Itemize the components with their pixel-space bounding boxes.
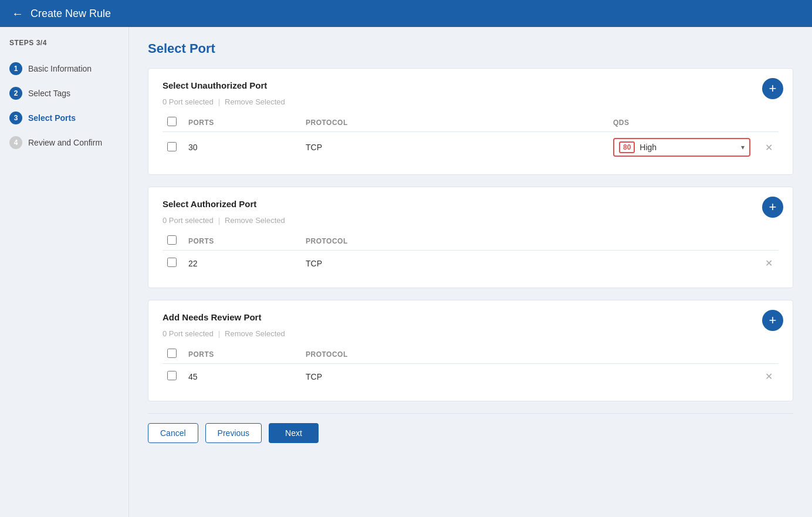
unauthorized-col-ports: PORTS [184, 113, 301, 132]
remove-needs-review-row-0-button[interactable]: ✕ [764, 370, 774, 383]
needs-review-port-title: Add Needs Review Port [163, 312, 779, 322]
separator-1: | [218, 97, 220, 106]
authorized-row-checkbox-0[interactable] [167, 258, 177, 267]
qds-badge-0: 80 [619, 141, 635, 153]
separator-3: | [218, 329, 220, 338]
needs-review-remove-selected[interactable]: Remove Selected [225, 329, 285, 338]
sidebar-item-label-1: Basic Information [28, 64, 92, 73]
authorized-remove-selected[interactable]: Remove Selected [225, 216, 285, 225]
unauthorized-port-title: Select Unauthorized Port [163, 80, 779, 90]
sidebar-item-basic-information[interactable]: 1 Basic Information [0, 56, 128, 81]
sidebar-item-label-3: Select Ports [28, 113, 76, 123]
unauthorized-port-count: 0 Port selected [163, 97, 214, 106]
cancel-button[interactable]: Cancel [148, 423, 198, 443]
sidebar: STEPS 3/4 1 Basic Information 2 Select T… [0, 27, 129, 517]
steps-label: STEPS 3/4 [0, 39, 128, 56]
qds-label-0: High [640, 143, 736, 152]
sidebar-item-select-ports[interactable]: 3 Select Ports [0, 106, 128, 130]
unauthorized-protocol-value-0: TCP [301, 132, 608, 163]
authorized-port-info: 0 Port selected | Remove Selected [163, 216, 779, 225]
footer: Cancel Previous Next [148, 413, 793, 452]
header-title: Create New Rule [31, 8, 111, 20]
authorized-port-title: Select Authorized Port [163, 199, 779, 209]
sidebar-item-label-4: Review and Confirm [28, 138, 102, 147]
unauthorized-port-table: PORTS PROTOCOL QDS 30 TCP 80 [163, 113, 779, 163]
needs-review-table-header: PORTS PROTOCOL [163, 345, 779, 364]
back-icon[interactable]: ← [12, 7, 23, 21]
sidebar-item-label-2: Select Tags [28, 89, 70, 98]
sidebar-item-select-tags[interactable]: 2 Select Tags [0, 81, 128, 106]
header: ← Create New Rule [0, 0, 812, 27]
qds-dropdown-0[interactable]: 80 High ▾ [613, 138, 750, 157]
needs-review-row-checkbox-0[interactable] [167, 371, 177, 380]
needs-review-col-ports: PORTS [184, 345, 301, 364]
table-row: 45 TCP ✕ [163, 364, 779, 390]
add-needs-review-port-button[interactable]: + [762, 310, 783, 331]
authorized-table-header: PORTS PROTOCOL [163, 232, 779, 251]
next-button[interactable]: Next [269, 423, 319, 443]
page-title: Select Port [148, 41, 793, 56]
add-unauthorized-port-button[interactable]: + [762, 78, 783, 99]
sidebar-item-review-confirm[interactable]: 4 Review and Confirm [0, 130, 128, 155]
authorized-port-section: Select Authorized Port + 0 Port selected… [148, 187, 793, 288]
remove-authorized-row-0-button[interactable]: ✕ [764, 256, 774, 270]
unauthorized-col-qds: QDS [608, 113, 755, 132]
unauthorized-port-info: 0 Port selected | Remove Selected [163, 97, 779, 106]
remove-unauthorized-row-0-button[interactable]: ✕ [764, 141, 774, 154]
authorized-col-ports: PORTS [184, 232, 301, 251]
table-row: 30 TCP 80 High ▾ ✕ [163, 132, 779, 163]
authorized-protocol-value-0: TCP [301, 251, 755, 276]
layout: STEPS 3/4 1 Basic Information 2 Select T… [0, 27, 812, 517]
needs-review-port-count: 0 Port selected [163, 329, 214, 338]
authorized-col-protocol: PROTOCOL [301, 232, 755, 251]
authorized-select-all-checkbox[interactable] [167, 235, 177, 245]
table-row: 22 TCP ✕ [163, 251, 779, 276]
needs-review-protocol-value-0: TCP [301, 364, 755, 390]
unauthorized-col-protocol: PROTOCOL [301, 113, 608, 132]
needs-review-select-all-checkbox[interactable] [167, 349, 177, 358]
authorized-port-count: 0 Port selected [163, 216, 214, 225]
add-authorized-port-button[interactable]: + [762, 197, 783, 218]
unauthorized-table-header: PORTS PROTOCOL QDS [163, 113, 779, 132]
step-badge-4: 4 [9, 136, 22, 149]
unauthorized-row-checkbox-0[interactable] [167, 142, 177, 151]
needs-review-port-value-0: 45 [184, 364, 301, 390]
unauthorized-port-section: Select Unauthorized Port + 0 Port select… [148, 68, 793, 175]
unauthorized-port-value-0: 30 [184, 132, 301, 163]
main-content: Select Port Select Unauthorized Port + 0… [129, 27, 812, 517]
step-badge-2: 2 [9, 87, 22, 100]
step-badge-3: 3 [9, 111, 22, 124]
separator-2: | [218, 216, 220, 225]
authorized-port-value-0: 22 [184, 251, 301, 276]
authorized-port-table: PORTS PROTOCOL 22 TCP ✕ [163, 232, 779, 276]
unauthorized-remove-selected[interactable]: Remove Selected [225, 97, 285, 106]
needs-review-port-section: Add Needs Review Port + 0 Port selected … [148, 300, 793, 401]
needs-review-col-protocol: PROTOCOL [301, 345, 755, 364]
previous-button[interactable]: Previous [205, 423, 262, 443]
needs-review-port-table: PORTS PROTOCOL 45 TCP ✕ [163, 345, 779, 389]
chevron-down-icon: ▾ [741, 143, 745, 151]
step-badge-1: 1 [9, 62, 22, 75]
needs-review-port-info: 0 Port selected | Remove Selected [163, 329, 779, 338]
unauthorized-select-all-checkbox[interactable] [167, 117, 177, 126]
